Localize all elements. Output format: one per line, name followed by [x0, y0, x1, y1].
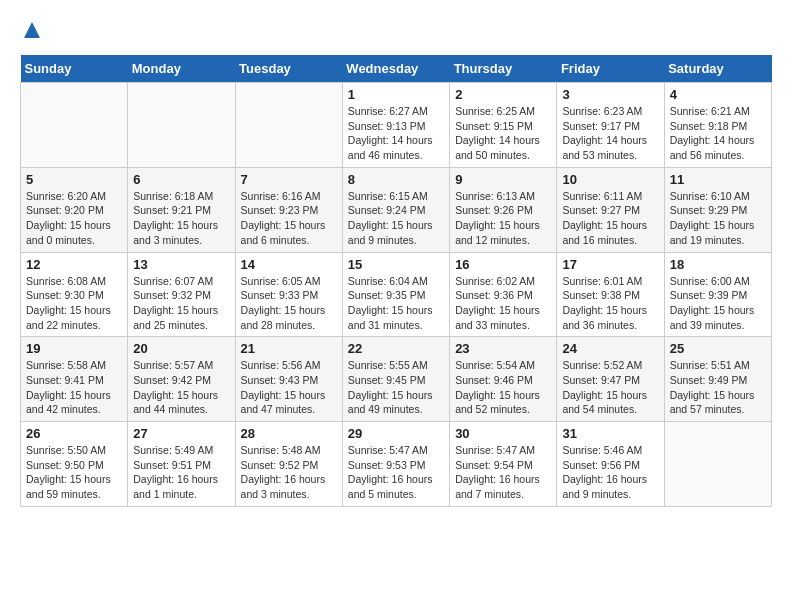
day-info: Sunrise: 6:10 AMSunset: 9:29 PMDaylight:… — [670, 189, 766, 248]
day-info: Sunrise: 5:55 AMSunset: 9:45 PMDaylight:… — [348, 358, 444, 417]
day-number: 2 — [455, 87, 551, 102]
calendar-week-row: 5Sunrise: 6:20 AMSunset: 9:20 PMDaylight… — [21, 167, 772, 252]
calendar-day-24: 24Sunrise: 5:52 AMSunset: 9:47 PMDayligh… — [557, 337, 664, 422]
day-number: 22 — [348, 341, 444, 356]
day-info: Sunrise: 6:05 AMSunset: 9:33 PMDaylight:… — [241, 274, 337, 333]
calendar-day-8: 8Sunrise: 6:15 AMSunset: 9:24 PMDaylight… — [342, 167, 449, 252]
day-number: 16 — [455, 257, 551, 272]
day-info: Sunrise: 6:23 AMSunset: 9:17 PMDaylight:… — [562, 104, 658, 163]
day-info: Sunrise: 6:08 AMSunset: 9:30 PMDaylight:… — [26, 274, 122, 333]
day-info: Sunrise: 6:02 AMSunset: 9:36 PMDaylight:… — [455, 274, 551, 333]
weekday-header-sunday: Sunday — [21, 55, 128, 83]
day-info: Sunrise: 6:20 AMSunset: 9:20 PMDaylight:… — [26, 189, 122, 248]
day-number: 23 — [455, 341, 551, 356]
day-info: Sunrise: 5:47 AMSunset: 9:53 PMDaylight:… — [348, 443, 444, 502]
day-number: 29 — [348, 426, 444, 441]
weekday-header-wednesday: Wednesday — [342, 55, 449, 83]
calendar-day-4: 4Sunrise: 6:21 AMSunset: 9:18 PMDaylight… — [664, 83, 771, 168]
calendar-day-12: 12Sunrise: 6:08 AMSunset: 9:30 PMDayligh… — [21, 252, 128, 337]
day-number: 31 — [562, 426, 658, 441]
calendar-day-10: 10Sunrise: 6:11 AMSunset: 9:27 PMDayligh… — [557, 167, 664, 252]
day-number: 24 — [562, 341, 658, 356]
day-number: 4 — [670, 87, 766, 102]
day-number: 3 — [562, 87, 658, 102]
day-number: 28 — [241, 426, 337, 441]
calendar-day-28: 28Sunrise: 5:48 AMSunset: 9:52 PMDayligh… — [235, 422, 342, 507]
day-info: Sunrise: 5:46 AMSunset: 9:56 PMDaylight:… — [562, 443, 658, 502]
day-number: 17 — [562, 257, 658, 272]
day-info: Sunrise: 6:27 AMSunset: 9:13 PMDaylight:… — [348, 104, 444, 163]
calendar-day-15: 15Sunrise: 6:04 AMSunset: 9:35 PMDayligh… — [342, 252, 449, 337]
page-header — [20, 20, 772, 45]
weekday-header-thursday: Thursday — [450, 55, 557, 83]
calendar-day-17: 17Sunrise: 6:01 AMSunset: 9:38 PMDayligh… — [557, 252, 664, 337]
day-number: 12 — [26, 257, 122, 272]
day-info: Sunrise: 6:18 AMSunset: 9:21 PMDaylight:… — [133, 189, 229, 248]
day-info: Sunrise: 5:52 AMSunset: 9:47 PMDaylight:… — [562, 358, 658, 417]
calendar-day-26: 26Sunrise: 5:50 AMSunset: 9:50 PMDayligh… — [21, 422, 128, 507]
calendar-day-empty — [664, 422, 771, 507]
day-number: 5 — [26, 172, 122, 187]
calendar-day-empty — [235, 83, 342, 168]
svg-marker-0 — [24, 22, 40, 38]
weekday-header-friday: Friday — [557, 55, 664, 83]
calendar-day-19: 19Sunrise: 5:58 AMSunset: 9:41 PMDayligh… — [21, 337, 128, 422]
calendar-week-row: 1Sunrise: 6:27 AMSunset: 9:13 PMDaylight… — [21, 83, 772, 168]
calendar-day-25: 25Sunrise: 5:51 AMSunset: 9:49 PMDayligh… — [664, 337, 771, 422]
calendar-day-empty — [128, 83, 235, 168]
day-info: Sunrise: 5:56 AMSunset: 9:43 PMDaylight:… — [241, 358, 337, 417]
day-number: 8 — [348, 172, 444, 187]
calendar-day-20: 20Sunrise: 5:57 AMSunset: 9:42 PMDayligh… — [128, 337, 235, 422]
calendar-day-empty — [21, 83, 128, 168]
calendar-day-16: 16Sunrise: 6:02 AMSunset: 9:36 PMDayligh… — [450, 252, 557, 337]
weekday-header-tuesday: Tuesday — [235, 55, 342, 83]
day-info: Sunrise: 6:15 AMSunset: 9:24 PMDaylight:… — [348, 189, 444, 248]
day-info: Sunrise: 6:25 AMSunset: 9:15 PMDaylight:… — [455, 104, 551, 163]
logo — [20, 20, 42, 45]
calendar-day-13: 13Sunrise: 6:07 AMSunset: 9:32 PMDayligh… — [128, 252, 235, 337]
day-number: 7 — [241, 172, 337, 187]
day-info: Sunrise: 5:49 AMSunset: 9:51 PMDaylight:… — [133, 443, 229, 502]
day-number: 13 — [133, 257, 229, 272]
day-number: 25 — [670, 341, 766, 356]
calendar-day-31: 31Sunrise: 5:46 AMSunset: 9:56 PMDayligh… — [557, 422, 664, 507]
day-info: Sunrise: 6:00 AMSunset: 9:39 PMDaylight:… — [670, 274, 766, 333]
calendar-day-18: 18Sunrise: 6:00 AMSunset: 9:39 PMDayligh… — [664, 252, 771, 337]
day-info: Sunrise: 6:07 AMSunset: 9:32 PMDaylight:… — [133, 274, 229, 333]
calendar-week-row: 19Sunrise: 5:58 AMSunset: 9:41 PMDayligh… — [21, 337, 772, 422]
day-number: 15 — [348, 257, 444, 272]
calendar-day-9: 9Sunrise: 6:13 AMSunset: 9:26 PMDaylight… — [450, 167, 557, 252]
calendar-day-22: 22Sunrise: 5:55 AMSunset: 9:45 PMDayligh… — [342, 337, 449, 422]
day-number: 27 — [133, 426, 229, 441]
calendar-week-row: 12Sunrise: 6:08 AMSunset: 9:30 PMDayligh… — [21, 252, 772, 337]
day-number: 6 — [133, 172, 229, 187]
calendar-day-5: 5Sunrise: 6:20 AMSunset: 9:20 PMDaylight… — [21, 167, 128, 252]
calendar-day-23: 23Sunrise: 5:54 AMSunset: 9:46 PMDayligh… — [450, 337, 557, 422]
day-number: 10 — [562, 172, 658, 187]
day-info: Sunrise: 6:21 AMSunset: 9:18 PMDaylight:… — [670, 104, 766, 163]
day-info: Sunrise: 5:50 AMSunset: 9:50 PMDaylight:… — [26, 443, 122, 502]
calendar-table: SundayMondayTuesdayWednesdayThursdayFrid… — [20, 55, 772, 507]
day-info: Sunrise: 6:01 AMSunset: 9:38 PMDaylight:… — [562, 274, 658, 333]
day-number: 11 — [670, 172, 766, 187]
day-info: Sunrise: 5:51 AMSunset: 9:49 PMDaylight:… — [670, 358, 766, 417]
day-info: Sunrise: 5:57 AMSunset: 9:42 PMDaylight:… — [133, 358, 229, 417]
calendar-day-7: 7Sunrise: 6:16 AMSunset: 9:23 PMDaylight… — [235, 167, 342, 252]
day-info: Sunrise: 6:13 AMSunset: 9:26 PMDaylight:… — [455, 189, 551, 248]
calendar-day-11: 11Sunrise: 6:10 AMSunset: 9:29 PMDayligh… — [664, 167, 771, 252]
calendar-day-21: 21Sunrise: 5:56 AMSunset: 9:43 PMDayligh… — [235, 337, 342, 422]
day-number: 9 — [455, 172, 551, 187]
calendar-day-3: 3Sunrise: 6:23 AMSunset: 9:17 PMDaylight… — [557, 83, 664, 168]
day-number: 21 — [241, 341, 337, 356]
day-number: 20 — [133, 341, 229, 356]
day-info: Sunrise: 5:58 AMSunset: 9:41 PMDaylight:… — [26, 358, 122, 417]
logo-icon — [22, 20, 42, 40]
day-number: 1 — [348, 87, 444, 102]
calendar-day-2: 2Sunrise: 6:25 AMSunset: 9:15 PMDaylight… — [450, 83, 557, 168]
calendar-day-30: 30Sunrise: 5:47 AMSunset: 9:54 PMDayligh… — [450, 422, 557, 507]
calendar-day-27: 27Sunrise: 5:49 AMSunset: 9:51 PMDayligh… — [128, 422, 235, 507]
day-info: Sunrise: 5:54 AMSunset: 9:46 PMDaylight:… — [455, 358, 551, 417]
day-number: 18 — [670, 257, 766, 272]
calendar-day-6: 6Sunrise: 6:18 AMSunset: 9:21 PMDaylight… — [128, 167, 235, 252]
day-info: Sunrise: 5:48 AMSunset: 9:52 PMDaylight:… — [241, 443, 337, 502]
